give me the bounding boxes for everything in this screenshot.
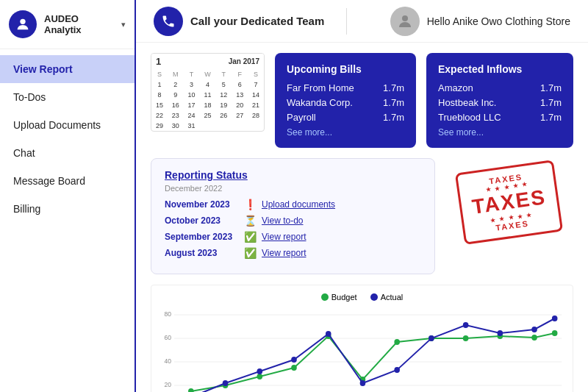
svg-point-1 [402,15,408,21]
call-dedicated-team[interactable]: Call your Dedicated Team [154,7,324,36]
budget-legend-dot [321,293,329,301]
reporting-section: Reporting Status December 2022 November … [151,158,573,274]
actual-line [191,318,555,392]
inflow-row-2: Hostbeak Inc. 1.7m [438,97,562,108]
cal-cell: 7 [248,79,264,90]
actual-dot [291,357,297,363]
inflow-amount-2: 1.7m [540,97,562,108]
weekday-f: F [232,69,248,79]
mini-calendar: 1 Jan 2017 S M T W T F S [151,53,265,132]
calendar-month-year: Jan 2017 [229,57,259,65]
cal-cell: 14 [248,90,264,100]
report-row-sep: September 2023 ✅ View report [165,231,421,243]
inflow-name-3: Trueblood LLC [438,112,501,123]
report-done-icon-2: ✅ [243,247,257,259]
report-month-nov: November 2023 [165,199,238,210]
inflows-title: Expected Inflows [438,63,562,75]
bill-amount-2: 1.7m [383,97,404,108]
topbar: Call your Dedicated Team Hello Anike Owo… [136,0,588,43]
cal-cell: 6 [232,79,248,90]
report-link-aug[interactable]: View report [262,248,306,258]
cal-cell: 24 [184,110,200,121]
cal-cell: 13 [232,90,248,100]
report-row-oct: October 2023 ⏳ View to-do [165,215,421,227]
cal-cell: 3 [184,79,200,90]
bills-see-more[interactable]: See more... [287,127,404,138]
svg-text:20: 20 [165,381,172,388]
cal-cell: 10 [184,90,200,100]
report-link-oct[interactable]: View to-do [262,215,303,226]
cal-cell [248,121,264,131]
svg-text:40: 40 [165,357,172,365]
report-month-sep: September 2023 [165,232,238,242]
cal-cell: 1 [151,79,168,90]
cal-cell: 29 [151,121,168,131]
weekday-t2: T [215,69,232,79]
phone-icon [154,7,183,36]
user-greeting-text: Hello Anike Owo Clothing Store [427,15,570,27]
legend-budget: Budget [321,293,357,302]
budget-dot [552,330,558,336]
cal-cell: 26 [215,110,232,121]
actual-dot [257,368,262,374]
cal-cell: 18 [200,100,216,110]
sidebar-item-message-board[interactable]: Message Board [0,167,135,195]
calendar-grid: S M T W T F S 1 2 3 [151,69,264,131]
svg-point-0 [20,19,25,24]
cal-cell: 11 [200,90,216,100]
inflows-see-more[interactable]: See more... [438,127,562,138]
bill-name-2: Wakanda Corp. [287,97,353,108]
profile-section[interactable]: AUDEO Analytix ▾ [0,0,135,49]
report-row-nov: November 2023 ❗ Upload documents [165,199,421,210]
actual-dot [429,335,434,341]
report-link-nov[interactable]: Upload documents [262,199,335,210]
weekday-w: W [200,69,216,79]
chart-area: Budget Actual 80 60 40 20 0 [151,285,573,392]
budget-dot [463,335,469,341]
bill-row-1: Far From Home 1.7m [287,82,404,93]
budget-dot [394,339,400,345]
reporting-status-card: Reporting Status December 2022 November … [151,158,435,274]
weekday-s: S [151,69,168,79]
weekday-t1: T [184,69,200,79]
sidebar-item-to-dos[interactable]: To-Dos [0,83,135,111]
taxes-stamp: TAXES ★ ★ ★ ★ ★ TAXES ★ ★ ★ ★ ★ TAXES [455,160,564,245]
report-link-sep[interactable]: View report [262,232,306,242]
inflow-row-1: Amazon 1.7m [438,82,562,93]
budget-dot [291,365,297,371]
report-error-icon: ❗ [243,199,257,210]
actual-legend-dot [370,293,378,301]
inflow-amount-3: 1.7m [540,112,562,123]
weekday-m: M [168,69,184,79]
inflow-row-3: Trueblood LLC 1.7m [438,112,562,123]
chart-legend: Budget Actual [159,293,565,302]
cal-cell: 23 [168,110,184,121]
sidebar-item-billing[interactable]: Billing [0,195,135,223]
content-area: 1 Jan 2017 S M T W T F S [136,43,588,392]
chevron-down-icon: ▾ [121,20,126,29]
cal-cell [215,121,232,131]
cal-cell: 17 [184,100,200,110]
avatar [9,10,37,38]
cal-cell: 5 [215,79,232,90]
report-done-icon-1: ✅ [243,231,257,243]
budget-dot [188,388,194,392]
inflow-amount-1: 1.7m [540,82,562,93]
user-greeting-section: Hello Anike Owo Clothing Store [390,7,570,36]
cal-cell [200,121,216,131]
cal-cell: 30 [168,121,184,131]
budget-dot [531,335,537,341]
sidebar-item-upload-documents[interactable]: Upload Documents [0,111,135,139]
top-section: 1 Jan 2017 S M T W T F S [151,53,573,148]
reporting-subtitle: December 2022 [165,184,421,193]
reporting-title: Reporting Status [165,169,421,181]
bill-name-3: Payroll [287,112,316,123]
bills-title: Upcoming Bills [287,63,404,75]
budget-legend-label: Budget [331,293,357,302]
main-content: Call your Dedicated Team Hello Anike Owo… [136,0,588,392]
cal-cell: 28 [248,110,264,121]
sidebar-item-view-report[interactable]: View Report [0,55,135,83]
cal-cell: 4 [200,79,216,90]
sidebar-item-chat[interactable]: Chat [0,139,135,167]
report-month-oct: October 2023 [165,215,238,226]
